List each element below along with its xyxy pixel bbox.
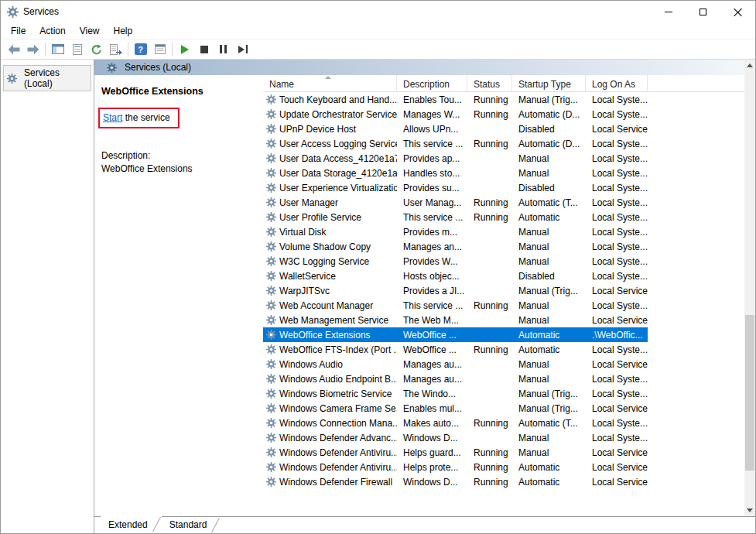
cell-description: The Web M... [397, 313, 467, 327]
cell-status [467, 254, 512, 269]
table-row[interactable]: Windows Defender Advanc...Windows D...Ma… [263, 430, 648, 445]
cell-status: Running [467, 298, 512, 313]
table-row[interactable]: Windows Defender Antiviru...Helps prote.… [263, 460, 648, 474]
table-row[interactable]: Windows Connection Mana...Makes auto...R… [263, 416, 648, 430]
cell-status [467, 122, 512, 136]
column-header-description[interactable]: Description [397, 75, 467, 91]
column-header-startup-type[interactable]: Startup Type [512, 75, 586, 91]
start-the-service-link[interactable]: Start [103, 112, 122, 123]
cell-description: Manages au... [397, 357, 467, 371]
extended-info-pane: WebOffice Extensions Start the service D… [94, 75, 263, 516]
properties-button[interactable] [67, 40, 87, 58]
column-header-name[interactable]: Name [263, 75, 397, 91]
tab-standard[interactable]: Standard [162, 517, 221, 533]
table-row[interactable]: User Access Logging ServiceThis service … [263, 136, 648, 151]
cell-startup-type: Manual [512, 224, 586, 239]
cell-startup-type: Automatic (T... [512, 195, 586, 210]
cell-startup-type: Automatic [512, 210, 586, 224]
table-row[interactable]: User Profile ServiceThis service ...Runn… [263, 210, 648, 224]
table-row[interactable]: Volume Shadow CopyManages an...ManualLoc… [263, 239, 648, 254]
help-button[interactable]: ? [131, 40, 150, 58]
back-button[interactable] [4, 40, 23, 58]
table-row[interactable]: WarpJITSvcProvides a JI...Manual (Trig..… [263, 283, 648, 298]
sidebar-item-services-local[interactable]: Services (Local) [3, 65, 91, 91]
cell-description: Helps guard... [397, 445, 467, 460]
cell-name: User Data Access_4120e1a7 [263, 151, 397, 166]
scrollbar-thumb[interactable] [745, 315, 754, 471]
export-list-button[interactable] [106, 40, 125, 58]
vertical-scrollbar[interactable] [744, 60, 755, 516]
column-header-log-on-as[interactable]: Log On As [586, 75, 648, 91]
table-row[interactable]: Windows Camera Frame Se...Enables mul...… [263, 401, 648, 416]
cell-status [467, 386, 512, 401]
minimize-button[interactable] [651, 1, 686, 22]
cell-log-on-as: Local Service [586, 474, 648, 489]
table-row[interactable]: Web Account ManagerThis service ...Runni… [263, 298, 648, 313]
service-gear-icon [266, 94, 276, 104]
cell-status [467, 180, 512, 195]
stop-service-button[interactable] [194, 40, 214, 58]
forward-button[interactable] [23, 40, 43, 58]
table-row[interactable]: W3C Logging ServiceProvides W...ManualLo… [263, 254, 648, 269]
table-row[interactable]: Windows AudioManages au...ManualLocal Se… [263, 357, 648, 371]
refresh-button[interactable] [87, 40, 106, 58]
tab-label: Extended [108, 519, 148, 530]
cell-log-on-as: Local Service [586, 357, 648, 371]
table-row[interactable]: UPnP Device HostAllows UPn...DisabledLoc… [263, 122, 648, 136]
services-table: Name Description Status Startup Type Log… [263, 75, 744, 516]
column-header-status[interactable]: Status [467, 75, 512, 91]
show-console-tree-button[interactable] [48, 40, 67, 58]
cell-status: Running [467, 416, 512, 430]
cell-status [467, 239, 512, 254]
properties-window-button[interactable] [150, 40, 169, 58]
menu-file[interactable]: File [4, 23, 32, 39]
menu-view[interactable]: View [73, 23, 107, 39]
column-label: Status [474, 79, 500, 90]
cell-status [467, 224, 512, 239]
table-row[interactable]: User Experience Virtualizatio...Provides… [263, 180, 648, 195]
start-service-button[interactable] [175, 40, 194, 58]
service-gear-icon [266, 418, 276, 428]
table-row[interactable]: WebOffice ExtensionsWebOffice ...Automat… [263, 327, 648, 342]
cell-description: User Manag... [397, 195, 467, 210]
close-button[interactable] [720, 1, 755, 22]
cell-log-on-as: Local Syste... [586, 151, 648, 166]
table-row[interactable]: User ManagerUser Manag...RunningAutomati… [263, 195, 648, 210]
cell-description: Enables Tou... [397, 92, 467, 107]
table-row[interactable]: WebOffice FTS-Index (Port ...WebOffice .… [263, 342, 648, 357]
cell-description: Makes auto... [397, 416, 467, 430]
table-row[interactable]: Windows Audio Endpoint B...Manages au...… [263, 371, 648, 386]
table-row[interactable]: Update Orchestrator ServiceManages W...R… [263, 107, 648, 122]
pause-service-button[interactable] [214, 40, 233, 58]
table-row[interactable]: User Data Access_4120e1a7Provides ap...M… [263, 151, 648, 166]
cell-startup-type: Manual (Trig... [512, 283, 586, 298]
cell-name: WarpJITSvc [263, 283, 397, 298]
cell-name: Windows Defender Firewall [263, 474, 397, 489]
service-gear-icon [266, 477, 276, 487]
cell-name: WebOffice Extensions [263, 327, 397, 342]
cell-log-on-as: Local Syste... [586, 107, 648, 122]
table-row[interactable]: Windows Biometric ServiceThe Windo...Man… [263, 386, 648, 401]
restart-service-button[interactable] [233, 40, 252, 58]
cell-name: Web Management Service [263, 313, 397, 327]
cell-name: Update Orchestrator Service [263, 107, 397, 122]
scroll-up-button[interactable] [744, 60, 755, 71]
service-gear-icon [266, 271, 276, 281]
cell-status: Running [467, 474, 512, 489]
table-row[interactable]: Web Management ServiceThe Web M...Manual… [263, 313, 648, 327]
cell-status: Running [467, 107, 512, 122]
cell-description: Handles sto... [397, 166, 467, 180]
cell-log-on-as: Local Syste... [586, 386, 648, 401]
table-row[interactable]: Windows Defender Antiviru...Helps guard.… [263, 445, 648, 460]
cell-description: This service ... [397, 298, 467, 313]
tab-extended[interactable]: Extended [101, 516, 162, 533]
table-row[interactable]: Virtual DiskProvides m...ManualLocal Sys… [263, 224, 648, 239]
table-row[interactable]: Touch Keyboard and Hand...Enables Tou...… [263, 92, 648, 107]
maximize-button[interactable] [686, 1, 720, 22]
menu-help[interactable]: Help [107, 23, 140, 39]
table-row[interactable]: User Data Storage_4120e1a7Handles sto...… [263, 166, 648, 180]
table-row[interactable]: Windows Defender FirewallWindows D...Run… [263, 474, 648, 489]
scroll-down-button[interactable] [744, 505, 755, 516]
table-row[interactable]: WalletServiceHosts objec...DisabledLocal… [263, 269, 648, 283]
menu-action[interactable]: Action [32, 23, 72, 39]
